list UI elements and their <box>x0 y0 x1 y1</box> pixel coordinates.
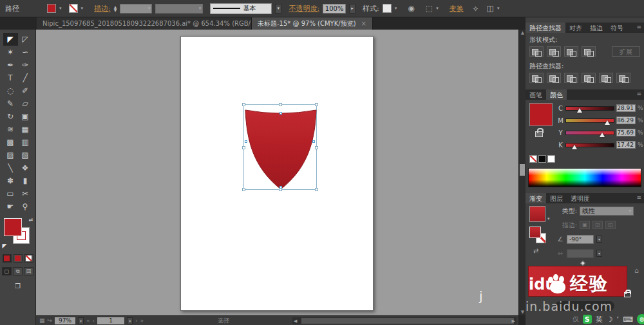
tab-layers[interactable]: 图层 <box>546 193 567 203</box>
merge-icon[interactable] <box>564 73 578 83</box>
column-graph-tool[interactable]: ▮ <box>18 174 33 187</box>
punctuation-icon[interactable]: ’ <box>617 315 620 324</box>
opacity-input[interactable]: 100% <box>323 4 346 14</box>
eraser-tool[interactable]: ▱ <box>18 97 33 110</box>
minus-back-icon[interactable] <box>616 73 630 83</box>
exclude-icon[interactable] <box>582 46 596 57</box>
vertical-scrollbar-thumb[interactable] <box>520 164 525 176</box>
type-tool[interactable]: T <box>3 71 18 84</box>
pattern-tool[interactable]: ▨ <box>3 149 18 162</box>
gradient-button[interactable] <box>14 254 23 263</box>
color-spectrum-bar[interactable] <box>528 168 641 187</box>
language-mode-icon[interactable]: 英 <box>596 315 603 324</box>
select-similar-dropdown-icon[interactable]: ▾ <box>436 6 439 11</box>
lasso-tool[interactable]: ∽ <box>18 46 33 59</box>
handle-bottom-right[interactable] <box>315 188 318 191</box>
stroke-dropdown-icon[interactable]: ▾ <box>81 6 84 11</box>
black-swatch[interactable] <box>538 155 546 163</box>
paintbrush-tool[interactable]: ✐ <box>18 84 33 97</box>
gradient-tool[interactable]: ▥ <box>18 136 33 149</box>
screen-mode-button[interactable]: ❐ <box>12 281 24 290</box>
panel-menu-icon[interactable]: ≡ <box>634 193 644 203</box>
tab-align[interactable]: 对齐 <box>565 23 586 33</box>
slider-thumb[interactable] <box>600 133 605 137</box>
pencil-tool[interactable]: ✎ <box>3 97 18 110</box>
stroke-weight-select[interactable]: ▾ <box>120 4 152 14</box>
tab-stroke[interactable]: 描边 <box>586 23 607 33</box>
default-fill-stroke-icon[interactable]: ◤ <box>3 243 7 249</box>
opacity-link[interactable]: 不透明度: <box>289 4 319 14</box>
isolate-object-icon[interactable]: ⟡ <box>473 4 478 13</box>
gradient-presets-dropdown-icon[interactable]: ▾ <box>547 216 550 221</box>
draw-behind-button[interactable]: ⧉ <box>13 267 23 275</box>
prev-artboard-button[interactable]: ‹ <box>93 317 95 324</box>
shaper-tool[interactable]: ◌ <box>3 84 18 97</box>
shape-builder-tool[interactable]: ▧ <box>18 149 33 162</box>
crop-icon[interactable] <box>582 73 596 83</box>
fill-stroke-proxy[interactable]: ⇄ ◤ <box>4 218 32 249</box>
close-icon[interactable]: × <box>361 20 366 27</box>
tab-transparency[interactable]: 透明度 <box>567 193 594 203</box>
brush-dropdown-button[interactable]: ▾ <box>275 4 281 14</box>
horizontal-scrollbar-thumb[interactable] <box>301 318 514 324</box>
black-slider-track[interactable] <box>565 143 614 147</box>
yellow-value-input[interactable]: 75.69 <box>616 129 636 136</box>
selection-bounding-box[interactable] <box>243 104 317 190</box>
vertical-scrollbar[interactable]: ▲ ▼ <box>518 30 526 315</box>
symbol-sprayer-tool[interactable]: ✽ <box>3 174 18 187</box>
selection-tool[interactable]: ◤ <box>3 33 18 46</box>
transform-link[interactable]: 变换 <box>450 4 464 14</box>
none-button[interactable] <box>24 254 33 263</box>
gradient-slider-bar[interactable]: idu 经验 <box>528 266 627 297</box>
rotate-tool[interactable]: ↻ <box>3 110 18 123</box>
gradient-fill-stroke-proxy[interactable] <box>529 227 551 246</box>
intersect-icon[interactable] <box>564 46 578 57</box>
reverse-gradient-icon[interactable]: ⇄ <box>533 247 538 254</box>
yellow-slider-track[interactable] <box>565 131 614 135</box>
angle-input[interactable]: -90° <box>567 235 594 244</box>
magenta-slider-track[interactable] <box>565 118 614 123</box>
none-swatch[interactable] <box>529 155 537 163</box>
hand-tool[interactable]: ☛ <box>3 200 18 213</box>
stroke-link[interactable]: 描边: <box>94 4 111 14</box>
curvature-tool[interactable]: ✑ <box>18 59 33 71</box>
panel-menu-icon[interactable]: ≡ <box>634 89 644 100</box>
scroll-right-icon[interactable]: ▶ <box>512 317 515 324</box>
align-dropdown-icon[interactable]: ▾ <box>497 6 500 11</box>
align-options-icon[interactable]: ◫ <box>487 4 494 13</box>
first-artboard-button[interactable]: « <box>86 317 90 324</box>
unite-icon[interactable] <box>529 46 544 57</box>
scroll-left-icon[interactable]: ◀ <box>294 317 297 324</box>
opacity-dropdown-button[interactable]: ▸ <box>349 4 355 14</box>
tab-gradient[interactable]: 渐变 <box>526 193 546 203</box>
workspace-icon[interactable]: ▦ <box>39 317 45 324</box>
mesh-tool[interactable]: ▩ <box>3 136 18 149</box>
eyedropper-tool[interactable]: ╲ <box>3 162 18 174</box>
magenta-slider[interactable]: M 86.29 % <box>558 116 643 125</box>
handle-mid-left[interactable] <box>242 146 245 149</box>
fill-proxy-swatch[interactable] <box>4 218 22 236</box>
cyan-slider-track[interactable] <box>565 106 614 111</box>
expand-button[interactable]: 扩展 <box>612 46 640 57</box>
yellow-slider[interactable]: Y 75.69 % <box>558 128 643 137</box>
handle-bottom-left[interactable] <box>242 188 245 191</box>
perspective-grid-tool[interactable]: ▦ <box>18 123 33 136</box>
slice-tool[interactable]: ✂ <box>18 187 33 200</box>
last-artboard-button[interactable]: » <box>140 317 144 324</box>
anchor-point[interactable] <box>312 140 315 143</box>
tab-symbols[interactable]: 符号 <box>607 23 627 33</box>
style-dropdown-icon[interactable]: ▾ <box>395 6 397 11</box>
draw-normal-button[interactable]: ▢ <box>2 267 12 275</box>
zoom-level-input[interactable]: 97% <box>55 317 75 324</box>
handle-top-left[interactable] <box>242 103 245 106</box>
next-artboard-button[interactable]: › <box>135 317 138 324</box>
divide-icon[interactable] <box>529 73 544 83</box>
stroke-weight-stepper[interactable]: ▲▼ <box>114 5 117 12</box>
recolor-artwork-icon[interactable]: ◉ <box>408 4 414 13</box>
cyan-slider[interactable]: C 28.91 % <box>558 104 643 113</box>
tab-brushes[interactable]: 画笔 <box>526 89 546 100</box>
sogou-input-icon[interactable]: S <box>583 315 592 324</box>
handle-top-right[interactable] <box>315 103 318 106</box>
handle-top-center[interactable] <box>279 103 282 106</box>
black-slider[interactable]: K 17.42 % <box>558 140 643 149</box>
